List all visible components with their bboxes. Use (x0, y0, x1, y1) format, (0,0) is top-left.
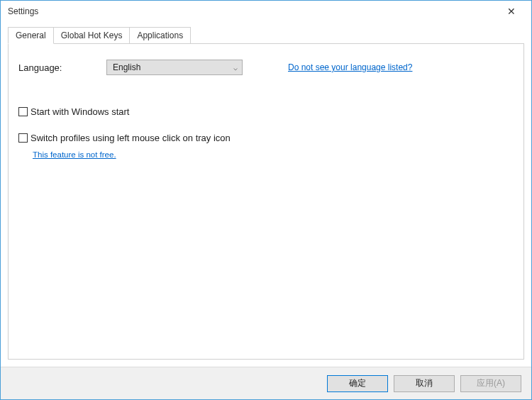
window-title: Settings (8, 6, 38, 16)
language-dropdown[interactable]: English ⌵ (106, 60, 243, 75)
titlebar: Settings ✕ (1, 1, 531, 22)
apply-button[interactable]: 应用(A) (460, 375, 521, 392)
switch-profiles-label[interactable]: Switch profiles using left mouse click o… (31, 133, 231, 143)
close-icon: ✕ (507, 6, 516, 17)
ok-button[interactable]: 确定 (327, 375, 388, 392)
tab-global-hot-keys[interactable]: Global Hot Keys (53, 27, 131, 43)
close-button[interactable]: ✕ (497, 1, 526, 21)
content-area: General Global Hot Keys Applications Lan… (1, 22, 531, 367)
tab-general[interactable]: General (8, 27, 54, 44)
switch-profiles-checkbox[interactable] (18, 133, 28, 143)
tab-applications[interactable]: Applications (129, 27, 191, 43)
language-label: Language: (18, 62, 106, 73)
switch-profiles-row: Switch profiles using left mouse click o… (18, 133, 514, 143)
language-not-listed-link[interactable]: Do not see your language listed? (288, 62, 412, 72)
settings-window: Settings ✕ General Global Hot Keys Appli… (0, 0, 532, 400)
language-row: Language: English ⌵ Do not see your lang… (18, 60, 514, 75)
chevron-down-icon: ⌵ (233, 64, 238, 72)
tab-panel-general: Language: English ⌵ Do not see your lang… (8, 43, 524, 360)
tabs-row: General Global Hot Keys Applications (8, 26, 524, 43)
start-with-windows-row: Start with Windows start (18, 106, 514, 117)
button-bar: 确定 取消 应用(A) (1, 367, 531, 399)
feature-not-free-link[interactable]: This feature is not free. (33, 150, 116, 159)
start-with-windows-checkbox[interactable] (18, 107, 28, 116)
language-dropdown-value: English (113, 62, 140, 72)
cancel-button[interactable]: 取消 (394, 375, 455, 392)
start-with-windows-label[interactable]: Start with Windows start (31, 106, 129, 117)
